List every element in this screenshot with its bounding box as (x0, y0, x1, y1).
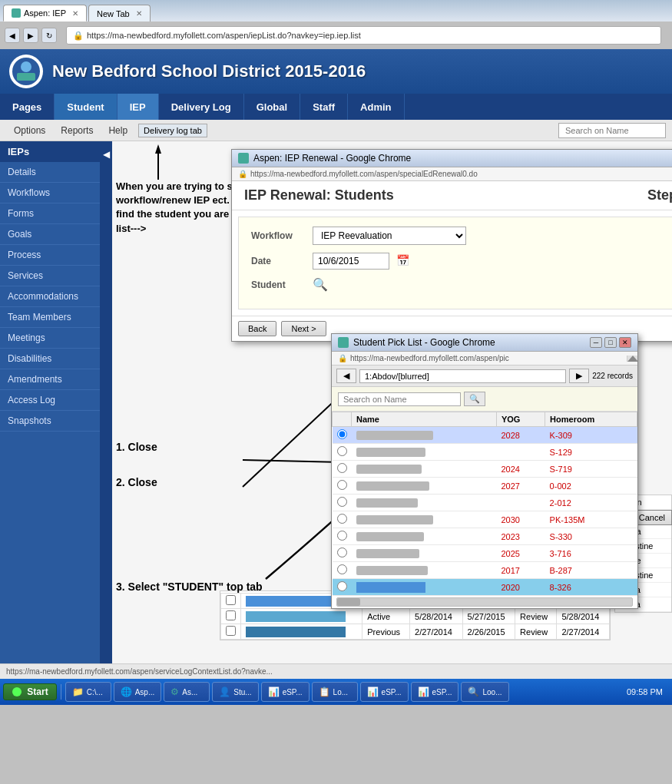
list-item[interactable]: 2017 B-287 (333, 562, 637, 579)
tab-aspen-iep[interactable]: Aspen: IEP ✕ (3, 5, 87, 22)
row-radio[interactable] (337, 547, 347, 557)
back-button[interactable]: ◀ (5, 28, 20, 43)
picklist-prev-btn[interactable]: ◀ (336, 369, 356, 383)
row-radio[interactable] (337, 564, 347, 574)
content-area: When you are trying to start a new workf… (112, 141, 672, 663)
row-radio[interactable] (337, 581, 347, 591)
taskbar: Start 📁 C:\... 🌐 Asp... ⚙ As... 👤 Stu...… (0, 679, 672, 705)
calendar-icon[interactable]: 📅 (396, 254, 409, 266)
tab2-close-icon[interactable]: ✕ (136, 9, 142, 18)
nav-delivery-log[interactable]: Delivery Log (159, 94, 244, 120)
refresh-button[interactable]: ↻ (41, 28, 57, 43)
row-radio[interactable] (337, 446, 347, 456)
workflow-select[interactable]: IEP Reevaluation (313, 227, 466, 245)
picklist-search-button[interactable]: 🔍 (464, 392, 485, 406)
sidebar-item-amendments[interactable]: Amendments (0, 369, 100, 390)
list-item[interactable]: 2027 0-002 (333, 478, 637, 495)
sidebar-item-accommodations[interactable]: Accommodations (0, 286, 100, 307)
end-date-cell: 5/27/2015 (462, 609, 515, 624)
list-item[interactable]: 2028 K-309 (333, 427, 637, 444)
row-checkbox[interactable] (226, 626, 236, 636)
taskbar-btn-loo[interactable]: 🔍 Loo... (461, 682, 508, 702)
sidebar-item-forms[interactable]: Forms (0, 203, 100, 224)
nav-reports[interactable]: Reports (53, 122, 101, 139)
sidebar-toggle[interactable]: ◀ (100, 141, 112, 663)
list-item[interactable]: S-129 (333, 444, 637, 461)
start-button[interactable]: Start (3, 683, 57, 701)
picklist-search-input[interactable] (338, 392, 461, 406)
date-value: 📅 (313, 253, 672, 270)
table-row: Active 5/28/2014 5/27/2015 Review 5/28/2… (221, 609, 610, 624)
nav-global[interactable]: Global (244, 94, 300, 120)
nav-student[interactable]: Student (55, 94, 117, 120)
list-item[interactable]: 2-012 (333, 495, 637, 511)
workflow-value: IEP Reevaluation (313, 227, 672, 245)
picklist-minimize-btn[interactable]: ─ (590, 337, 602, 348)
taskbar-btn-esp1[interactable]: 📊 eSP... (261, 682, 310, 702)
nav-options[interactable]: Options (6, 122, 53, 139)
top-nav: Pages Student IEP Delivery Log Global St… (0, 94, 672, 120)
taskbar-btn-esp3[interactable]: 📊 eSP... (411, 682, 459, 702)
picklist-scrollbar-h[interactable] (336, 597, 633, 607)
sidebar-item-disabilities[interactable]: Disabilities (0, 349, 100, 369)
sidebar-item-access-log[interactable]: Access Log (0, 390, 100, 411)
sidebar-item-snapshots[interactable]: Snapshots (0, 411, 100, 432)
row-checkbox[interactable] (226, 595, 236, 605)
sidebar-item-meetings[interactable]: Meetings (0, 328, 100, 349)
annotation-step1: 1. Close (116, 441, 263, 453)
nav-pages[interactable]: Pages (0, 94, 55, 120)
yog-cell: 2020 (496, 579, 545, 596)
tab-new-tab[interactable]: New Tab ✕ (88, 5, 151, 22)
student-search-button[interactable]: 🔍 (313, 278, 328, 291)
renewal-address-bar[interactable]: 🔒 https://ma-newbedford.myfollett.com/as… (232, 167, 672, 181)
tab1-close-icon[interactable]: ✕ (72, 9, 78, 18)
tab1-label: Aspen: IEP (24, 8, 66, 18)
picklist-scrollbar-v[interactable] (627, 356, 637, 362)
list-item[interactable]: 2025 3-716 (333, 545, 637, 562)
picklist-address-bar[interactable]: 🔒 https://ma-newbedford.myfollett.com/as… (332, 352, 637, 366)
taskbar-clock: 09:58 PM (621, 687, 669, 696)
taskbar-btn-stu[interactable]: 👤 Stu... (212, 682, 258, 702)
student-row: Student 🔍 (251, 277, 672, 292)
sidebar-item-team-members[interactable]: Team Members (0, 307, 100, 328)
taskbar-btn-lo1[interactable]: 📋 Lo... (312, 682, 358, 702)
row-radio[interactable] (337, 480, 347, 490)
row-radio[interactable] (337, 531, 347, 541)
picklist-close-btn[interactable]: ✕ (619, 337, 631, 348)
nav-staff[interactable]: Staff (300, 94, 348, 120)
list-item[interactable]: 2024 S-719 (333, 461, 637, 478)
next-button[interactable]: Next > (281, 321, 326, 336)
list-item[interactable]: 2030 PK-135M (333, 511, 637, 528)
yog-cell: 2025 (496, 545, 545, 562)
taskbar-btn-ie[interactable]: 🌐 Asp... (114, 682, 162, 702)
sidebar-item-process[interactable]: Process (0, 245, 100, 266)
date-input[interactable] (313, 253, 389, 270)
forward-button[interactable]: ▶ (23, 28, 38, 43)
picklist-next-btn[interactable]: ▶ (569, 369, 589, 383)
row-checkbox[interactable] (226, 610, 236, 620)
taskbar-btn-esp2[interactable]: 📊 eSP... (360, 682, 409, 702)
taskbar-btn-explorer[interactable]: 📁 C:\... (65, 682, 111, 702)
nav-admin[interactable]: Admin (348, 94, 404, 120)
sidebar-item-details[interactable]: Details (0, 162, 100, 183)
picklist-maximize-btn[interactable]: □ (604, 337, 617, 348)
sidebar-item-services[interactable]: Services (0, 266, 100, 286)
row-radio[interactable] (337, 429, 347, 439)
address-bar[interactable]: 🔒 https://ma-newbedford.myfollett.com/as… (66, 26, 661, 45)
back-button[interactable]: Back (238, 321, 276, 336)
delivery-log-tab-button[interactable]: Delivery log tab (138, 124, 207, 137)
picklist-range-input[interactable] (359, 369, 566, 383)
row-radio[interactable] (337, 463, 347, 473)
search-input[interactable] (558, 123, 666, 138)
taskbar-btn-asp2[interactable]: ⚙ As... (164, 682, 210, 702)
list-item[interactable]: 2023 S-330 (333, 528, 637, 545)
sidebar-item-workflows[interactable]: Workflows (0, 183, 100, 203)
nav-iep[interactable]: IEP (118, 94, 159, 120)
nav-help[interactable]: Help (101, 122, 135, 139)
row-radio[interactable] (337, 497, 347, 507)
renewal-header: IEP Renewal: Students Step 1 of 6 (232, 181, 672, 210)
renewal-favicon (238, 153, 249, 164)
sidebar-item-goals[interactable]: Goals (0, 224, 100, 245)
list-item[interactable]: 2020 8-326 (333, 579, 637, 596)
row-radio[interactable] (337, 514, 347, 524)
